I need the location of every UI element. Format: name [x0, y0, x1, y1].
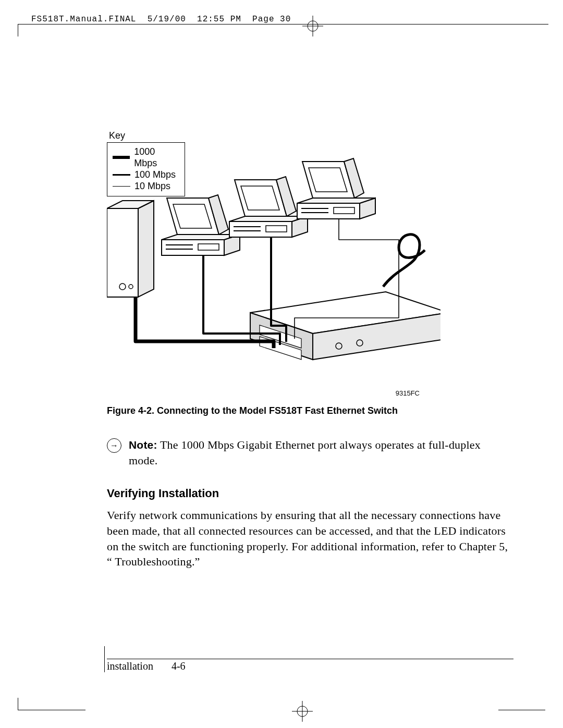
section-heading: Verifying Installation [107, 487, 513, 500]
crop-footer [0, 686, 563, 728]
prepress-header: FS518T.Manual.FINAL 5/19/00 12:55 PM Pag… [31, 15, 291, 24]
page-footer: installation 4-6 [107, 659, 513, 672]
crop-top-rule [18, 24, 548, 24]
note-body: The 1000 Mbps Gigabit Ethernet port alwa… [129, 438, 481, 467]
footer-section: installation [107, 660, 153, 672]
registration-mark-top [302, 16, 323, 36]
crop-top-tick [18, 24, 18, 36]
note-label: Note: [129, 439, 157, 451]
note-text: Note: The 1000 Mbps Gigabit Ethernet por… [129, 437, 503, 468]
crop-bottom-rule-r [498, 710, 545, 710]
crop-bottom-tick [18, 698, 18, 710]
doc-date: 5/19/00 [148, 15, 186, 24]
doc-time: 12:55 PM [197, 15, 241, 24]
doc-page: Page 30 [252, 15, 291, 24]
figure-diagram: Key 1000 Mbps 100 Mbps 10 Mbps [107, 130, 440, 401]
registration-mark-bottom [292, 701, 313, 722]
footer-rule [107, 659, 513, 659]
footer-gutter-rule [104, 646, 105, 672]
doc-slug: FS518T.Manual.FINAL [31, 15, 136, 24]
figure-code: 9315FC [396, 389, 420, 397]
crop-header: FS518T.Manual.FINAL 5/19/00 12:55 PM Pag… [0, 0, 563, 30]
crop-bottom-rule-l [18, 710, 85, 710]
note-arrow-icon: → [107, 438, 121, 453]
section-paragraph: Verify network communications by ensurin… [107, 508, 513, 570]
footer-page: 4-6 [172, 660, 186, 672]
network-diagram-svg [107, 130, 440, 401]
note-block: → Note: The 1000 Mbps Gigabit Ethernet p… [107, 437, 503, 468]
figure-caption: Figure 4-2. Connecting to the Model FS51… [107, 405, 513, 416]
